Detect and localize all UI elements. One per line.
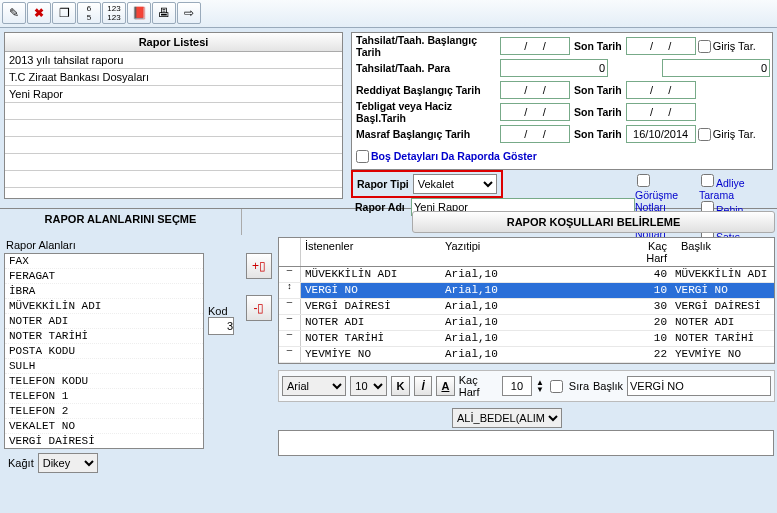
rapor-listesi: Rapor Listesi 2013 yılı tahsilat raporu …: [4, 32, 343, 199]
remove-field-button[interactable]: -▯: [246, 295, 272, 321]
list-item[interactable]: [5, 137, 342, 154]
kac-harf-input[interactable]: [502, 376, 532, 396]
row-handle[interactable]: —: [279, 331, 301, 346]
renumber2-icon: 123123: [107, 4, 120, 22]
list-item[interactable]: 2013 yılı tahsilat raporu: [5, 52, 342, 69]
list-item[interactable]: Yeni Rapor: [5, 86, 342, 103]
copy-button[interactable]: ❐: [52, 2, 76, 24]
list-item[interactable]: [5, 154, 342, 171]
field-item[interactable]: NOTER ADI: [5, 314, 203, 329]
underline-button[interactable]: A: [436, 376, 455, 396]
table-row[interactable]: ↕ VERGİ NO Arial,10 10 VERGİ NO: [279, 283, 774, 299]
masraf-son-input[interactable]: [626, 125, 696, 143]
row-handle[interactable]: —: [279, 315, 301, 330]
font-select[interactable]: Arial: [282, 376, 346, 396]
table-row[interactable]: — MÜVEKKİLİN ADI Arial,10 40 MÜVEKKİLİN …: [279, 267, 774, 283]
row-handle[interactable]: —: [279, 347, 301, 362]
field-item[interactable]: MÜVEKKİLİN ADI: [5, 299, 203, 314]
kac-harf-label: Kaç Harf: [459, 374, 498, 398]
rapor-kosullari-button[interactable]: RAPOR KOŞULLARI BELİRLEME: [412, 211, 775, 233]
field-item[interactable]: FERAGAT: [5, 269, 203, 284]
field-item[interactable]: TELEFON 2: [5, 404, 203, 419]
list-item[interactable]: [5, 103, 342, 120]
tahsilat-baslangic-input[interactable]: [500, 37, 570, 55]
bold-button[interactable]: K: [391, 376, 410, 396]
list-item[interactable]: T.C Ziraat Bankası Dosyaları: [5, 69, 342, 86]
rapor-listesi-body[interactable]: 2013 yılı tahsilat raporu T.C Ziraat Ban…: [5, 52, 342, 198]
sira-checkbox[interactable]: [550, 380, 563, 393]
print-button[interactable]: 🖶: [152, 2, 176, 24]
row-handle[interactable]: —: [279, 267, 301, 282]
close-icon: ✖: [34, 6, 44, 20]
tebligat-baslangic-label: Tebligat veya Haciz Başl.Tarih: [354, 100, 500, 124]
rapor-tipi-highlight: Rapor Tipi Vekalet: [351, 170, 503, 198]
tahsilat-para-max[interactable]: [662, 59, 770, 77]
rapor-alanlarini-secme-title: RAPOR ALANLARINI SEÇME: [0, 209, 241, 229]
kod-label: Kod: [208, 305, 228, 317]
rapor-tipi-select[interactable]: Vekalet: [413, 174, 497, 194]
masraf-baslangic-input[interactable]: [500, 125, 570, 143]
yazitipi-header: Yazıtipi: [441, 238, 621, 266]
bos-detaylari-checkbox[interactable]: [356, 150, 369, 163]
reddiyat-baslangic-input[interactable]: [500, 81, 570, 99]
rapor-alanlari-label: Rapor Alanları: [4, 237, 204, 253]
field-item[interactable]: FAX: [5, 254, 203, 269]
table-header: İstenenler Yazıtipi Kaç Harf Başlık: [279, 238, 774, 267]
table-row[interactable]: — YEVMİYE NO Arial,10 22 YEVMİYE NO: [279, 347, 774, 363]
tahsilat-son-input[interactable]: [626, 37, 696, 55]
list-item[interactable]: [5, 120, 342, 137]
renumber-button[interactable]: 65: [77, 2, 101, 24]
sira-label: Sıra: [569, 380, 589, 392]
delete-button[interactable]: ✖: [27, 2, 51, 24]
plus-doc-icon: +▯: [252, 259, 266, 273]
reddiyat-son-input[interactable]: [626, 81, 696, 99]
export-icon: ⇨: [184, 6, 194, 20]
tahsilat-baslangic-label: Tahsilat/Taah. Başlangıç Tarih: [354, 34, 500, 58]
field-item[interactable]: NOTER TARİHİ: [5, 329, 203, 344]
giris-tar-checkbox-2[interactable]: [698, 128, 711, 141]
ali-bedel-select[interactable]: ALİ_BEDEL(ALIM: [452, 408, 562, 428]
list-item[interactable]: [5, 171, 342, 188]
field-item[interactable]: POSTA KODU: [5, 344, 203, 359]
renumber-icon: 65: [87, 4, 91, 22]
baslik-input[interactable]: [627, 376, 771, 396]
italic-button[interactable]: İ: [414, 376, 433, 396]
book-button[interactable]: 📕: [127, 2, 151, 24]
baslik-label: Başlık: [593, 380, 623, 392]
istenenler-header: İstenenler: [301, 238, 441, 266]
istenenler-table: İstenenler Yazıtipi Kaç Harf Başlık — MÜ…: [278, 237, 775, 364]
son-tarih-label-5: Son Tarih: [574, 128, 622, 140]
tebligat-son-input[interactable]: [626, 103, 696, 121]
notes-textarea[interactable]: [278, 430, 774, 456]
fontsize-select[interactable]: 10: [350, 376, 387, 396]
kacharf-header: Kaç Harf: [621, 238, 671, 266]
field-item[interactable]: İBRA: [5, 284, 203, 299]
table-row[interactable]: — NOTER ADI Arial,10 20 NOTER ADI: [279, 315, 774, 331]
spinner-icon[interactable]: ▲▼: [536, 379, 544, 393]
renumber2-button[interactable]: 123123: [102, 2, 126, 24]
rapor-tipi-label: Rapor Tipi: [357, 178, 409, 190]
field-item[interactable]: SULH: [5, 359, 203, 374]
son-tarih-label-4: Son Tarih: [574, 106, 622, 118]
tebligat-baslangic-input[interactable]: [500, 103, 570, 121]
edit-button[interactable]: ✎: [2, 2, 26, 24]
field-item[interactable]: VEKALET NO: [5, 419, 203, 434]
field-item[interactable]: TELEFON KODU: [5, 374, 203, 389]
copy-icon: ❐: [59, 6, 70, 20]
field-item[interactable]: VERGİ DAİRESİ: [5, 434, 203, 449]
add-field-button[interactable]: +▯: [246, 253, 272, 279]
adliye-checkbox[interactable]: [701, 174, 714, 187]
gorusme-checkbox[interactable]: [637, 174, 650, 187]
tahsilat-para-min[interactable]: [500, 59, 608, 77]
export-button[interactable]: ⇨: [177, 2, 201, 24]
table-row[interactable]: — VERGİ DAİRESİ Arial,10 30 VERGİ DAİRES…: [279, 299, 774, 315]
giris-tar-checkbox-1[interactable]: [698, 40, 711, 53]
filter-form: Tahsilat/Taah. Başlangıç Tarih Son Tarih…: [351, 32, 773, 170]
field-item[interactable]: TELEFON 1: [5, 389, 203, 404]
row-handle[interactable]: ↕: [279, 283, 301, 298]
table-row[interactable]: — NOTER TARİHİ Arial,10 10 NOTER TARİHİ: [279, 331, 774, 347]
row-handle[interactable]: —: [279, 299, 301, 314]
fields-list[interactable]: FAX FERAGAT İBRA MÜVEKKİLİN ADI NOTER AD…: [4, 253, 204, 449]
kagit-select[interactable]: Dikey: [38, 453, 98, 473]
kod-input[interactable]: [208, 317, 234, 335]
